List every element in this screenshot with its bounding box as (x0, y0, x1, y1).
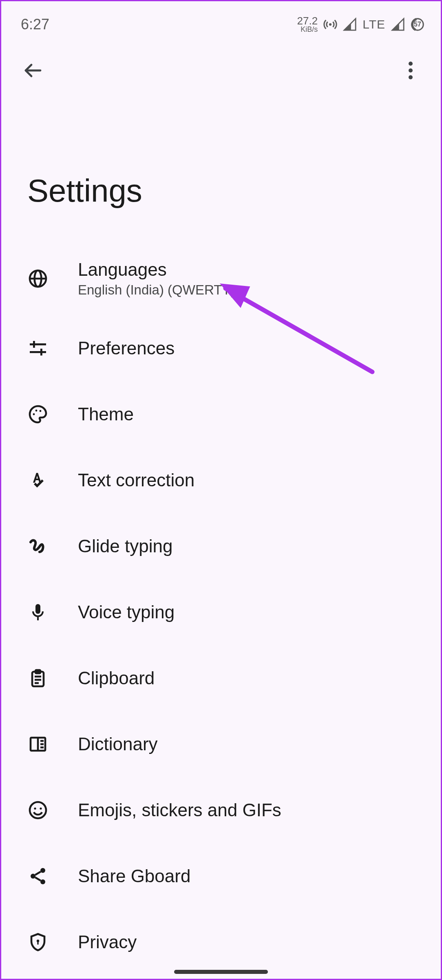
settings-item-voice-typing[interactable]: Voice typing (1, 579, 441, 645)
settings-item-label: Text correction (78, 470, 194, 490)
mic-icon (27, 602, 49, 622)
settings-item-emojis[interactable]: Emojis, stickers and GIFs (1, 777, 441, 843)
page-title: Settings (1, 83, 441, 209)
svg-rect-18 (35, 670, 40, 673)
emoji-icon (27, 800, 49, 820)
svg-rect-12 (40, 349, 42, 356)
settings-item-theme[interactable]: Theme (1, 381, 441, 447)
app-bar (1, 38, 441, 83)
svg-point-29 (40, 807, 42, 809)
settings-item-label: Emojis, stickers and GIFs (78, 800, 281, 820)
more-button[interactable] (398, 58, 423, 83)
settings-item-label: Glide typing (78, 536, 172, 556)
settings-item-clipboard[interactable]: Clipboard (1, 645, 441, 711)
svg-point-4 (409, 68, 413, 73)
tune-icon (27, 338, 49, 358)
svg-point-13 (33, 413, 35, 415)
battery-icon: 57 (411, 18, 424, 31)
settings-item-text-correction[interactable]: Text correction (1, 447, 441, 513)
settings-list: Languages English (India) (QWERTY) Prefe… (1, 209, 441, 975)
svg-point-28 (34, 807, 36, 809)
spellcheck-icon (27, 470, 49, 490)
signal2-icon (391, 18, 405, 31)
palette-icon (27, 404, 49, 424)
svg-point-27 (30, 802, 46, 818)
svg-point-31 (31, 874, 35, 879)
svg-point-0 (329, 23, 332, 26)
hotspot-icon (323, 18, 337, 31)
settings-item-preferences[interactable]: Preferences (1, 315, 441, 381)
status-right: 27.2 KiB/s LTE 57 (297, 16, 424, 33)
settings-item-sub: English (India) (QWERTY) (78, 282, 235, 298)
svg-rect-11 (33, 341, 35, 348)
svg-point-5 (409, 75, 413, 79)
settings-item-languages[interactable]: Languages English (India) (QWERTY) (1, 242, 441, 315)
globe-icon (27, 269, 49, 288)
settings-item-label: Preferences (78, 338, 175, 358)
clipboard-icon (27, 668, 49, 688)
svg-point-32 (40, 879, 45, 884)
network-speed: 27.2 KiB/s (297, 16, 318, 33)
network-type: LTE (362, 18, 385, 31)
settings-item-share[interactable]: Share Gboard (1, 843, 441, 909)
gesture-icon (27, 536, 49, 556)
settings-item-label: Theme (78, 404, 134, 424)
settings-item-label: Share Gboard (78, 866, 190, 886)
status-time: 6:27 (21, 16, 49, 33)
back-button[interactable] (21, 58, 45, 83)
settings-item-label: Clipboard (78, 668, 155, 688)
svg-point-15 (40, 410, 42, 412)
home-indicator (174, 970, 268, 974)
settings-item-label: Privacy (78, 932, 137, 952)
svg-point-30 (40, 868, 45, 873)
book-icon (27, 734, 49, 754)
svg-rect-34 (37, 941, 38, 945)
svg-rect-10 (30, 351, 46, 353)
svg-rect-9 (30, 343, 46, 345)
share-icon (27, 866, 49, 886)
settings-item-label: Languages (78, 259, 235, 280)
svg-point-3 (409, 62, 413, 66)
svg-point-14 (35, 410, 38, 412)
signal-icon (343, 18, 357, 31)
settings-item-label: Voice typing (78, 602, 175, 622)
settings-item-privacy[interactable]: Privacy (1, 909, 441, 975)
settings-item-glide-typing[interactable]: Glide typing (1, 513, 441, 579)
settings-item-label: Dictionary (78, 734, 158, 754)
settings-item-dictionary[interactable]: Dictionary (1, 711, 441, 777)
privacy-icon (27, 932, 49, 952)
svg-rect-16 (37, 617, 39, 620)
status-bar: 6:27 27.2 KiB/s LTE 57 (1, 1, 441, 38)
